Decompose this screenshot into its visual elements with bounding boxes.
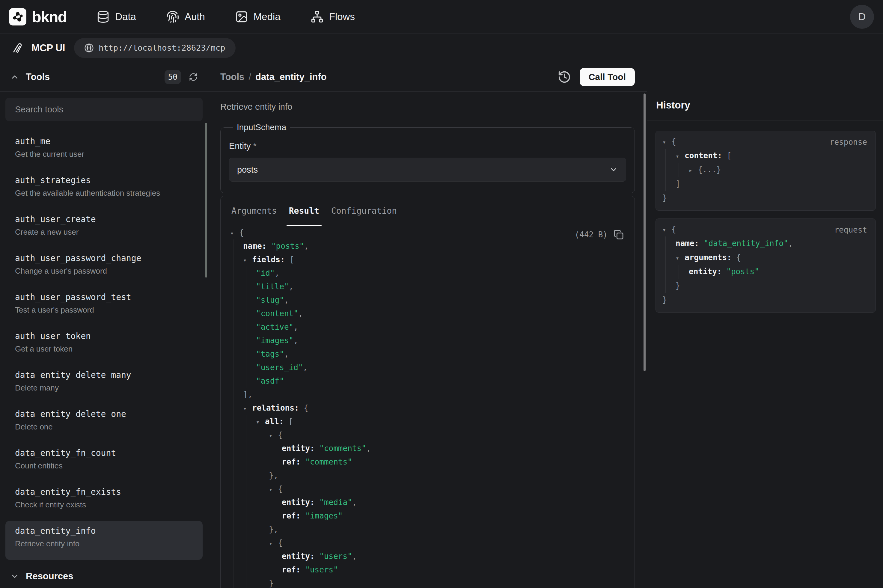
collapse-arrow-icon[interactable]: ▾ xyxy=(243,402,252,416)
tab-arguments[interactable]: Arguments xyxy=(231,196,277,226)
nav-item-flows[interactable]: Flows xyxy=(310,10,355,23)
tool-name: data_entity_info xyxy=(15,526,193,537)
collapse-arrow-icon[interactable]: ▾ xyxy=(269,537,278,550)
tool-list-item[interactable]: data_entity_delete_manyDelete many xyxy=(5,365,202,404)
tool-list-item[interactable]: auth_user_tokenGet a user token xyxy=(5,326,202,365)
collapse-arrow-icon[interactable]: ▾ xyxy=(230,226,239,240)
tool-list: auth_meGet the current userauth_strategi… xyxy=(5,131,202,560)
expand-arrow-icon[interactable]: ▸ xyxy=(689,164,698,177)
collapse-arrow-icon[interactable]: ▾ xyxy=(256,416,265,429)
refresh-icon[interactable] xyxy=(189,72,198,81)
tool-list-item[interactable]: data_entity_delete_oneDelete one xyxy=(5,404,202,443)
json-line: } xyxy=(663,293,868,307)
json-punct: { xyxy=(672,225,676,234)
json-punct: , xyxy=(303,363,308,372)
tab-configuration[interactable]: Configuration xyxy=(331,196,397,226)
breadcrumb-tools[interactable]: Tools xyxy=(220,72,244,82)
json-punct: { xyxy=(239,228,244,237)
json-line: "content", xyxy=(220,307,634,320)
tools-scroll-area: auth_meGet the current userauth_strategi… xyxy=(0,92,208,564)
breadcrumb-tool-name: data_entity_info xyxy=(255,72,327,82)
json-punct: , xyxy=(298,309,303,318)
collapse-arrow-icon[interactable]: ▾ xyxy=(676,251,685,265)
collapse-arrow-icon[interactable]: ▾ xyxy=(243,254,252,267)
json-string: "id" xyxy=(256,268,275,278)
json-line: name: "data_entity_info", xyxy=(663,237,868,250)
json-line: ▾{ xyxy=(220,536,634,550)
tool-list-item[interactable]: data_entity_infoRetrieve entity info xyxy=(5,521,202,560)
tool-name: auth_user_create xyxy=(15,214,193,225)
tools-section-title: Tools xyxy=(26,72,50,82)
history-panel: History response▾{▾content: [▸{...}]}req… xyxy=(647,62,883,588)
history-json-viewer: ▾{name: "data_entity_info",▾arguments: {… xyxy=(663,222,868,307)
tab-result[interactable]: Result xyxy=(289,196,319,226)
sidebar: Tools 50 auth_meGet the current userauth… xyxy=(0,62,208,588)
collapse-arrow-icon[interactable]: ▾ xyxy=(663,135,672,149)
bknd-logo-icon xyxy=(9,8,26,26)
tool-list-item[interactable]: auth_user_createCreate a new user xyxy=(5,209,202,248)
resources-section-header[interactable]: Resources xyxy=(0,564,208,588)
tool-desc: Delete many xyxy=(15,383,193,393)
json-string: "images" xyxy=(256,336,294,345)
tool-list-item[interactable]: auth_strategiesGet the available authent… xyxy=(5,170,202,209)
main-scrollbar[interactable] xyxy=(643,93,646,371)
brand[interactable]: bknd xyxy=(9,8,66,26)
chevron-down-icon xyxy=(609,165,618,174)
json-string: "slug" xyxy=(256,296,284,304)
json-string: "users_id" xyxy=(256,363,303,372)
json-key: entity: xyxy=(282,552,319,561)
tool-desc: Get a user token xyxy=(15,344,193,354)
json-string: "content" xyxy=(256,309,298,318)
collapse-arrow-icon[interactable]: ▾ xyxy=(269,429,278,442)
json-punct: [ xyxy=(289,255,294,264)
main-panel: Tools / data_entity_info Call Tool Retri… xyxy=(208,62,647,588)
entity-select[interactable]: posts xyxy=(229,158,626,182)
json-line: } xyxy=(220,577,634,588)
json-punct: {...} xyxy=(698,165,721,174)
tools-section-header: Tools 50 xyxy=(0,62,208,92)
json-punct: , xyxy=(294,322,298,332)
history-card-response[interactable]: response▾{▾content: [▸{...}]} xyxy=(655,130,876,211)
tool-desc: Check if entity exists xyxy=(15,500,193,510)
json-punct: }, xyxy=(269,525,278,534)
avatar[interactable]: D xyxy=(850,5,874,29)
nav-item-data[interactable]: Data xyxy=(96,10,136,23)
json-punct: , xyxy=(366,444,371,453)
collapse-arrow-icon[interactable]: ▾ xyxy=(676,149,685,164)
chevron-up-icon[interactable] xyxy=(10,72,19,81)
mcp-url-pill[interactable]: http://localhost:28623/mcp xyxy=(74,38,235,58)
tool-name: auth_me xyxy=(15,136,193,147)
json-string: "asdf" xyxy=(256,376,284,386)
nav-item-auth[interactable]: Auth xyxy=(166,10,205,23)
json-punct: { xyxy=(278,484,283,493)
json-line: "id", xyxy=(220,266,634,280)
json-line: } xyxy=(663,279,868,293)
tool-name: data_entity_delete_one xyxy=(15,409,193,420)
nav-item-label: Flows xyxy=(329,11,355,22)
history-card-request[interactable]: request▾{name: "data_entity_info",▾argum… xyxy=(655,219,876,313)
tool-list-item[interactable]: data_entity_fn_countCount entities xyxy=(5,443,202,482)
nav-item-media[interactable]: Media xyxy=(235,10,280,23)
tool-name: auth_user_password_change xyxy=(15,253,193,264)
tool-list-item[interactable]: auth_meGet the current user xyxy=(5,131,202,170)
json-line: ▾all: [ xyxy=(220,415,634,428)
copy-icon[interactable] xyxy=(613,230,624,240)
json-line: "asdf" xyxy=(220,374,634,388)
image-icon xyxy=(235,10,248,23)
tool-list-item[interactable]: auth_user_password_testTest a user's pas… xyxy=(5,287,202,326)
json-punct: } xyxy=(269,579,274,588)
call-tool-button[interactable]: Call Tool xyxy=(580,68,635,86)
collapse-arrow-icon[interactable]: ▾ xyxy=(269,483,278,496)
json-punct: }, xyxy=(269,471,278,480)
history-icon[interactable] xyxy=(558,70,571,84)
sidebar-scrollbar[interactable] xyxy=(205,123,207,278)
entity-field-label: Entity* xyxy=(229,141,626,151)
tool-list-item[interactable]: auth_user_password_changeChange a user's… xyxy=(5,248,202,287)
tool-list-item[interactable]: data_entity_fn_existsCheck if entity exi… xyxy=(5,482,202,521)
layout: Tools 50 auth_meGet the current userauth… xyxy=(0,62,883,588)
json-line: ref: "images" xyxy=(220,509,634,523)
collapse-arrow-icon[interactable]: ▾ xyxy=(663,223,672,237)
json-punct: [ xyxy=(288,417,293,426)
search-input[interactable] xyxy=(15,105,193,114)
json-string: "images" xyxy=(305,511,343,520)
